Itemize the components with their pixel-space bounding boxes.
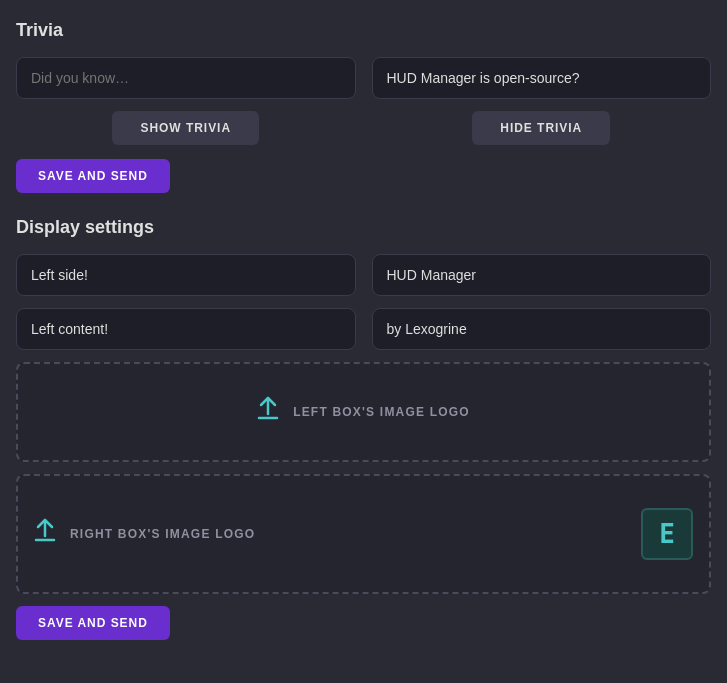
trivia-inputs-row [16, 57, 711, 99]
trivia-save-button[interactable]: SAVE AND SEND [16, 159, 170, 193]
display-top-left-input[interactable] [16, 254, 356, 296]
show-trivia-container: SHOW TRIVIA [16, 111, 356, 145]
display-title: Display settings [16, 217, 711, 238]
right-logo-upload-box[interactable]: RIGHT BOX'S IMAGE LOGO E [16, 474, 711, 594]
trivia-buttons-row: SHOW TRIVIA HIDE TRIVIA [16, 111, 711, 145]
left-logo-upload-box[interactable]: LEFT BOX'S IMAGE LOGO [16, 362, 711, 462]
trivia-title: Trivia [16, 20, 711, 41]
display-top-row [16, 254, 711, 296]
right-upload-icon [34, 518, 56, 550]
display-save-button[interactable]: SAVE AND SEND [16, 606, 170, 640]
right-logo-label: RIGHT BOX'S IMAGE LOGO [70, 527, 255, 541]
display-top-right-input[interactable] [372, 254, 712, 296]
display-save-row: SAVE AND SEND [16, 606, 711, 640]
trivia-left-input[interactable] [16, 57, 356, 99]
left-upload-icon [257, 396, 279, 428]
display-section: Display settings LEFT BOX'S IMAGE LOGO [16, 217, 711, 640]
display-bottom-right-input[interactable] [372, 308, 712, 350]
trivia-section: Trivia SHOW TRIVIA HIDE TRIVIA SAVE AND … [16, 20, 711, 193]
hide-trivia-container: HIDE TRIVIA [372, 111, 712, 145]
display-bottom-left-input[interactable] [16, 308, 356, 350]
logo-thumb-letter: E [659, 519, 675, 549]
trivia-right-input[interactable] [372, 57, 712, 99]
hide-trivia-button[interactable]: HIDE TRIVIA [472, 111, 610, 145]
display-bottom-row [16, 308, 711, 350]
logo-thumbnail: E [641, 508, 693, 560]
left-logo-label: LEFT BOX'S IMAGE LOGO [293, 405, 470, 419]
show-trivia-button[interactable]: SHOW TRIVIA [112, 111, 259, 145]
